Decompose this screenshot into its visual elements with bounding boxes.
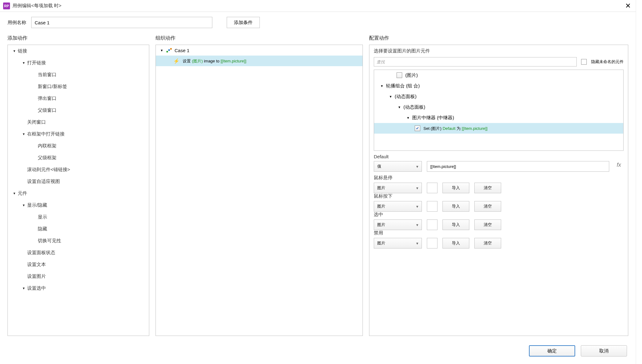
import-button[interactable]: 导入 [442, 238, 469, 248]
default-value-input[interactable] [427, 161, 609, 172]
widget-tree-row[interactable]: (图片) [374, 70, 623, 81]
action-tree-item[interactable]: 隐藏 [8, 224, 149, 234]
columns: 添加动作 链接打开链接当前窗口新窗口/新标签弹出窗口父级窗口关闭窗口在框架中打开… [0, 33, 636, 341]
case-row[interactable]: Case 1 [156, 45, 363, 56]
hide-unnamed-checkbox[interactable] [581, 59, 587, 65]
widget-tree-row[interactable]: (动态面板) [374, 91, 623, 102]
fx-button[interactable]: fx [614, 162, 624, 171]
action-tree-item[interactable]: 新窗口/新标签 [8, 82, 149, 91]
tree-item-label: 弹出窗口 [38, 96, 57, 101]
state-preview-box[interactable] [427, 201, 437, 212]
state-preview-box[interactable] [427, 238, 437, 248]
tree-item-label: 切换可见性 [38, 238, 61, 244]
tree-item-label: 设置选中 [27, 285, 46, 291]
state-type-dropdown[interactable]: 图片 [374, 183, 422, 193]
state-group: 禁用图片导入清空 [374, 230, 624, 248]
action-tree-item[interactable]: 元件 [8, 189, 149, 198]
bolt-icon: ⚡ [173, 58, 180, 64]
default-controls: 值 fx [374, 161, 624, 172]
action-tree-item[interactable]: 设置文本 [8, 260, 149, 269]
state-type-dropdown[interactable]: 图片 [374, 238, 422, 248]
action-tree-item[interactable]: 当前窗口 [8, 70, 149, 79]
widget-checkbox[interactable] [415, 125, 420, 131]
action-tree-item[interactable]: 显示/隐藏 [8, 200, 149, 210]
action-tree-item[interactable]: 链接 [8, 46, 149, 56]
chevron-down-icon[interactable] [22, 286, 26, 290]
tree-item-label: 设置面板状态 [27, 250, 55, 256]
widget-label: 图片中继器 (中继器) [412, 115, 454, 121]
action-tree[interactable]: 链接打开链接当前窗口新窗口/新标签弹出窗口父级窗口关闭窗口在框架中打开链接内联框… [8, 45, 149, 336]
close-icon[interactable]: ✕ [623, 2, 633, 10]
tree-item-label: 链接 [18, 48, 27, 54]
state-preview-box[interactable] [427, 219, 437, 230]
widget-tree-row[interactable]: 图片中继器 (中继器) [374, 112, 623, 123]
action-row[interactable]: ⚡ 设置 (图片) image to [[Item.picture]] [156, 56, 363, 66]
action-tree-item[interactable]: 打开链接 [8, 58, 149, 67]
add-condition-button[interactable]: 添加条件 [227, 17, 260, 28]
case-icon [166, 48, 172, 52]
chevron-down-icon[interactable] [397, 106, 402, 109]
action-tree-item[interactable]: 在框架中打开链接 [8, 129, 149, 139]
chevron-down-icon[interactable] [22, 132, 26, 136]
default-type-dropdown[interactable]: 值 [374, 161, 422, 172]
ok-button[interactable]: 确定 [529, 345, 575, 357]
action-tree-item[interactable]: 设置自适应视图 [8, 177, 149, 186]
state-label: 鼠标按下 [374, 193, 624, 199]
chevron-down-icon[interactable] [388, 95, 393, 98]
cancel-button[interactable]: 取消 [581, 345, 627, 357]
action-tree-item[interactable]: 滚动到元件<锚链接> [8, 165, 149, 174]
action-tree-item[interactable]: 设置选中 [8, 283, 149, 293]
chevron-down-icon[interactable] [22, 203, 26, 207]
tree-item-label: 隐藏 [38, 226, 47, 232]
organize-action-panel: Case 1 ⚡ 设置 (图片) image to [[Item.picture… [156, 45, 363, 336]
default-label: Default [374, 154, 624, 159]
import-button[interactable]: 导入 [442, 183, 469, 193]
widget-label: 轮播组合 (组 合) [386, 83, 420, 89]
action-tree-item[interactable]: 显示 [8, 212, 149, 222]
chevron-down-icon[interactable] [12, 191, 17, 195]
configure-action-column: 配置动作 选择要设置图片的图片元件 隐藏未命名的元件 (图片)轮播组合 (组 合… [369, 33, 628, 336]
widget-tree-row[interactable]: 轮播组合 (组 合) [374, 81, 623, 91]
clear-button[interactable]: 清空 [474, 238, 501, 248]
clear-button[interactable]: 清空 [474, 201, 501, 212]
chevron-down-icon[interactable] [22, 61, 26, 65]
widget-label: (图片) [405, 72, 418, 78]
organize-action-header: 组织动作 [156, 35, 363, 42]
action-tree-item[interactable]: 内联框架 [8, 141, 149, 150]
action-tree-item[interactable]: 设置图片 [8, 272, 149, 281]
widget-tree[interactable]: (图片)轮播组合 (组 合)(动态面板)(动态面板)图片中继器 (中继器)Set… [374, 70, 624, 151]
chevron-down-icon[interactable] [12, 49, 17, 53]
default-group: Default 值 fx [374, 154, 624, 172]
search-input[interactable] [374, 57, 577, 66]
configure-action-panel: 选择要设置图片的图片元件 隐藏未命名的元件 (图片)轮播组合 (组 合)(动态面… [369, 45, 628, 336]
case-editor-dialog: RP 用例编辑<每项加载 时> ✕ 用例名称 添加条件 添加动作 链接打开链接当… [0, 0, 636, 364]
widget-tree-row-selected[interactable]: Set (图片) Default 为 [[Item.picture]] [374, 123, 623, 134]
widget-checkbox[interactable] [397, 72, 402, 78]
chevron-down-icon[interactable] [406, 116, 410, 120]
clear-button[interactable]: 清空 [474, 183, 501, 193]
svg-rect-2 [170, 48, 172, 50]
action-tree-item[interactable]: 设置面板状态 [8, 248, 149, 257]
state-label: 选中 [374, 212, 624, 218]
widget-label: Set (图片) Default 为 [[Item.picture]] [423, 125, 487, 131]
chevron-down-icon[interactable] [380, 84, 384, 88]
chevron-down-icon[interactable] [160, 49, 165, 52]
import-button[interactable]: 导入 [442, 219, 469, 230]
state-controls: 图片导入清空 [374, 201, 624, 212]
case-name-label: 用例名称 [7, 20, 26, 26]
tree-item-label: 设置自适应视图 [27, 179, 60, 184]
action-tree-item[interactable]: 父级框架 [8, 153, 149, 162]
clear-button[interactable]: 清空 [474, 219, 501, 230]
state-type-dropdown[interactable]: 图片 [374, 201, 422, 212]
action-tree-item[interactable]: 切换可见性 [8, 236, 149, 245]
case-name-input[interactable] [31, 17, 212, 28]
action-tree-item[interactable]: 弹出窗口 [8, 94, 149, 103]
action-tree-item[interactable]: 父级窗口 [8, 106, 149, 115]
tree-item-label: 父级框架 [38, 155, 57, 161]
widget-tree-row[interactable]: (动态面板) [374, 102, 623, 112]
state-preview-box[interactable] [427, 183, 437, 193]
action-tree-item[interactable]: 关闭窗口 [8, 117, 149, 127]
import-button[interactable]: 导入 [442, 201, 469, 212]
case-label: Case 1 [175, 48, 190, 53]
state-type-dropdown[interactable]: 图片 [374, 219, 422, 230]
